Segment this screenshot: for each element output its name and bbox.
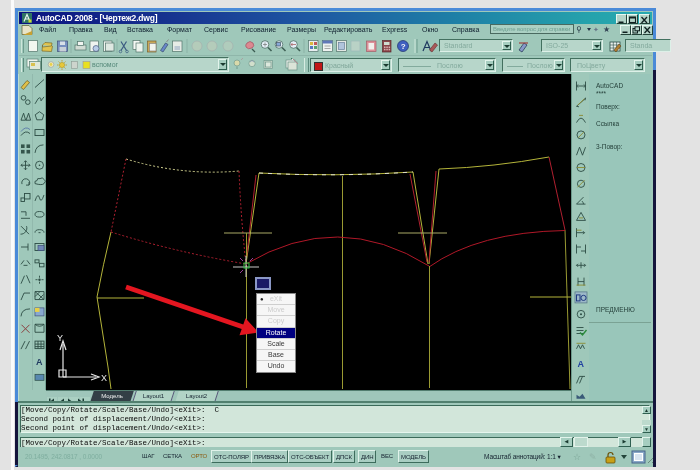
svg-text:A: A — [578, 359, 585, 369]
svg-text:?: ? — [401, 42, 406, 51]
svg-text:A: A — [36, 357, 43, 367]
svg-text:Y: Y — [57, 333, 63, 343]
svg-text:X: X — [101, 373, 107, 383]
